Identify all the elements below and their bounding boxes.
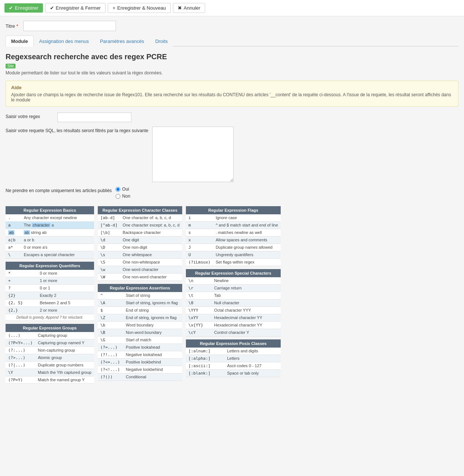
radio-non-input[interactable] (116, 194, 120, 199)
aide-text: Ajouter dans ce champs la regex de reche… (11, 92, 453, 103)
table-row: \BNon-word boundary (98, 329, 182, 336)
tab-params[interactable]: Paramètres avancés (94, 36, 150, 47)
note-row: Default is greedy. Append ? for reluctan… (6, 314, 94, 321)
radio-non: Non (116, 194, 130, 199)
char-classes-title: Regular Expression Character Classes (98, 206, 182, 214)
table-row: iIgnore case (186, 214, 281, 222)
save-new-button[interactable]: + Enregistrer & Nouveau (108, 3, 171, 13)
special-title: Regular Expression Special Characters (186, 269, 281, 277)
table-row: \SOne non-whitespace (98, 259, 182, 266)
table-row: (?<=...)Positive lookbehind (98, 359, 182, 366)
table-row: {2}Exactly 2 (6, 292, 94, 299)
table-row: .Any character except newline (6, 214, 94, 222)
check-icon: ✔ (50, 5, 54, 11)
table-row: (?iLmsux)Set flags within regex (186, 259, 281, 266)
table-row: a*0 or more a's (6, 244, 94, 251)
table-row: s. matches newline as well (186, 229, 281, 237)
table-row: (...)Capturing group (6, 332, 94, 339)
table-row: \sOne whitespace (98, 251, 182, 259)
table-row: (?|...)Duplicate group numbers (6, 362, 94, 369)
table-row: (?<!...)Negative lookbehind (98, 366, 182, 373)
posix-title: Regular Expression Posix Classes (186, 339, 281, 348)
assertions-title: Regular Expression Assertions (98, 284, 182, 292)
save-icon: ✔ (9, 5, 13, 11)
table-row: \Escapes a special character (6, 251, 94, 259)
table-row: \nNewline (186, 277, 281, 285)
table-row: (?:...)Non-capturing group (6, 347, 94, 354)
table-row: a|ba or b (6, 237, 94, 244)
plus-icon: + (113, 5, 116, 11)
table-row: [\b]Backspace character (98, 229, 182, 237)
cancel-label: Annuler (184, 5, 200, 11)
quantifiers-title: Regular Expression Quantifiers (6, 262, 94, 270)
table-row: {2, 5}Between 2 and 5 (6, 299, 94, 307)
cancel-button[interactable]: ✖ Annuler (173, 3, 205, 13)
save-label: Enregistrer (15, 5, 39, 11)
table-row: m^ and $ match start and end of line (186, 222, 281, 229)
required-marker: * (16, 23, 18, 29)
table-row: (?P<Y>...)Capturing group named Y (6, 339, 94, 347)
assertions-table: Regular Expression Assertions ^Start of … (98, 284, 182, 381)
tab-menu[interactable]: Assignation des menus (34, 36, 94, 47)
table-row: \bWord boundary (98, 322, 182, 329)
table-row: (?())Conditional (98, 373, 182, 381)
char-classes-table: Regular Expression Character Classes [ab… (98, 206, 182, 281)
reference-section: Regular Expression Basics .Any character… (6, 206, 458, 384)
radio-oui-label: Oui (122, 187, 129, 192)
toolbar: ✔ Enregistrer ✔ Enregistrer & Fermer + E… (0, 0, 464, 16)
table-row: (?!...)Negative lookahead (98, 351, 182, 359)
table-row: aThe character a (6, 222, 94, 229)
table-row: \GStart of match (98, 336, 182, 344)
table-row: \rCarriage return (186, 285, 281, 292)
tabs: Module Assignation des menus Paramètres … (6, 36, 458, 47)
save-close-button[interactable]: ✔ Enregistrer & Fermer (45, 3, 106, 13)
table-row: \xYYHexadecimal character YY (186, 314, 281, 322)
table-row: [^ab-d]One character except: a, b, c, d (98, 222, 182, 229)
radio-oui-input[interactable] (116, 187, 120, 192)
table-row: \0Null character (186, 299, 281, 307)
aide-box: Aide Ajouter dans ce champs la regex de … (6, 81, 458, 107)
ref-col-3: Regular Expression Flags iIgnore case m^… (186, 206, 281, 384)
table-row: \tTab (186, 292, 281, 299)
table-row: xAllow spaces and comments (186, 237, 281, 244)
aide-title: Aide (11, 85, 453, 90)
sql-textarea[interactable] (152, 127, 234, 182)
table-row: \AStart of string, ignores m flag (98, 299, 182, 307)
table-row: \ZEnd of string, ignores m flag (98, 314, 182, 322)
table-row: *0 or more (6, 270, 94, 277)
basics-table: Regular Expression Basics .Any character… (6, 206, 94, 259)
table-row: (?P=Y)Match the named group Y (6, 376, 94, 384)
table-row: [:alpha:]Letters (186, 355, 281, 362)
table-row: \WOne non-word character (98, 274, 182, 281)
flags-title: Regular Expression Flags (186, 206, 281, 214)
radio-non-label: Non (122, 194, 130, 199)
radio-label: Ne prendre en compte uniquement les arti… (6, 187, 112, 193)
title-label: Titre * (6, 23, 20, 29)
radio-group: Oui Non (116, 187, 130, 199)
special-table: Regular Expression Special Characters \n… (186, 269, 281, 336)
table-row: $End of string (98, 307, 182, 314)
save-button[interactable]: ✔ Enregistrer (4, 3, 43, 13)
quantifiers-table: Regular Expression Quantifiers *0 or mor… (6, 262, 94, 321)
table-row: JDuplicate group names allowed (186, 244, 281, 251)
main-container: Titre * Module Assignation des menus Par… (0, 16, 464, 388)
table-row: +1 or more (6, 277, 94, 285)
regex-label: Saisir votre regex (6, 113, 54, 119)
page-title: Regexsearch recherche avec des regex PCR… (6, 53, 458, 61)
tab-module[interactable]: Module (6, 36, 34, 47)
sql-label: Saisir votre requete SQL, les résultats … (6, 127, 148, 133)
regex-group: Saisir votre regex (6, 113, 458, 122)
table-row: ?0 or 1 (6, 285, 94, 292)
table-row: {2,}2 or more (6, 307, 94, 314)
table-row: (?=...)Positive lookahead (98, 344, 182, 351)
basics-title: Regular Expression Basics (6, 206, 94, 214)
title-row: Titre * (6, 21, 458, 31)
table-row: \cYControl character Y (186, 329, 281, 336)
tab-rights[interactable]: Droits (150, 36, 173, 47)
title-input[interactable] (23, 21, 116, 31)
regex-input[interactable] (57, 113, 131, 122)
table-row: UUngreedy quantifiers (186, 251, 281, 259)
table-row: [ab-d]One character of: a, b, c, d (98, 214, 182, 222)
cancel-icon: ✖ (178, 5, 182, 11)
table-row: (?>...)Atomic group (6, 354, 94, 362)
